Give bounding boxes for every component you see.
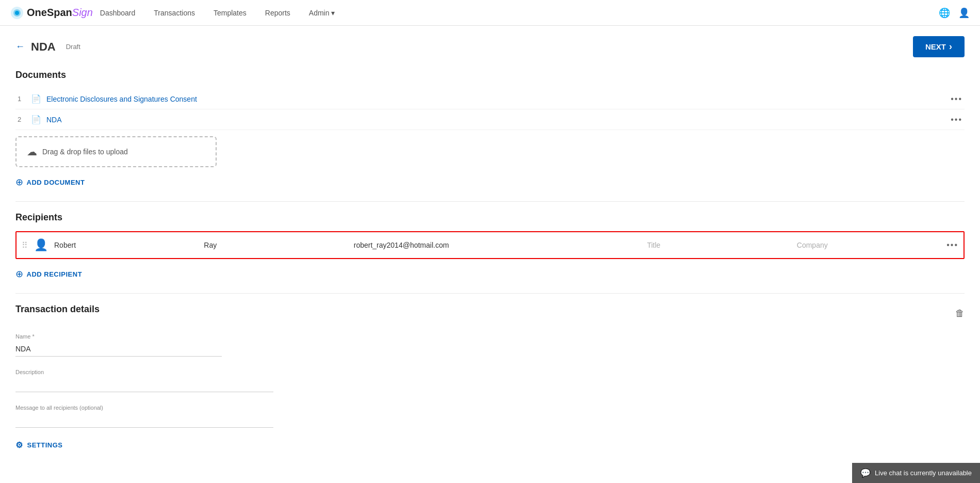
document-icon: 📄 — [31, 94, 41, 104]
logo[interactable]: OneSpanSign — [10, 6, 93, 20]
main-nav: Dashboard Transactions Templates Reports… — [93, 5, 939, 21]
message-field-group: Message to all recipients (optional) — [15, 405, 273, 428]
document-name[interactable]: NDA — [46, 116, 945, 124]
transaction-details-section: Transaction details 🗑 Name * Description… — [15, 304, 965, 450]
plus-icon: ⊕ — [15, 176, 24, 188]
nav-reports[interactable]: Reports — [258, 5, 298, 21]
table-row: 2 📄 NDA ••• — [15, 109, 965, 130]
page-header: ← NDA Draft NEXT › — [15, 36, 965, 57]
recipient-last-name[interactable]: Ray — [204, 241, 347, 249]
message-input[interactable] — [15, 413, 273, 428]
settings-link[interactable]: ⚙ SETTINGS — [15, 440, 965, 450]
nav-transactions[interactable]: Transactions — [146, 5, 202, 21]
next-button[interactable]: NEXT › — [913, 36, 965, 57]
name-field-group: Name * — [15, 333, 222, 357]
upload-icon: ☁ — [27, 146, 37, 158]
doc-more-button[interactable]: ••• — [951, 94, 962, 104]
recipient-row: ⠿ 👤 Robert Ray robert_ray2014@hotmail.co… — [15, 231, 965, 259]
name-input[interactable] — [15, 342, 222, 357]
recipients-title: Recipients — [15, 212, 965, 223]
description-label: Description — [15, 369, 273, 375]
recipient-title[interactable]: Title — [647, 241, 790, 249]
message-label: Message to all recipients (optional) — [15, 405, 273, 411]
recipients-section: Recipients ⠿ 👤 Robert Ray robert_ray2014… — [15, 212, 965, 283]
live-chat-widget[interactable]: 💬 Live chat is currently unavailable — [852, 463, 980, 483]
logo-sign: Sign — [72, 7, 93, 19]
description-input[interactable] — [15, 377, 273, 392]
section-divider — [15, 201, 965, 202]
logo-icon — [10, 6, 24, 20]
documents-section: Documents 1 📄 Electronic Disclosures and… — [15, 70, 965, 191]
recipient-more-button[interactable]: ••• — [946, 240, 958, 250]
back-button[interactable]: ← — [15, 41, 25, 52]
section-divider-2 — [15, 293, 965, 294]
logo-onespan: OneSpan — [27, 7, 72, 19]
nav-dashboard[interactable]: Dashboard — [93, 5, 143, 21]
drag-handle-icon[interactable]: ⠿ — [22, 240, 28, 250]
gear-icon: ⚙ — [15, 440, 23, 450]
document-name[interactable]: Electronic Disclosures and Signatures Co… — [46, 95, 945, 103]
svg-point-2 — [15, 11, 19, 15]
name-label: Name * — [15, 333, 222, 340]
upload-dropzone[interactable]: ☁ Drag & drop files to upload — [15, 136, 217, 167]
add-recipient-button[interactable]: ⊕ ADD RECIPIENT — [15, 265, 82, 283]
recipient-avatar-icon: 👤 — [34, 238, 48, 252]
document-icon: 📄 — [31, 115, 41, 124]
table-row: 1 📄 Electronic Disclosures and Signature… — [15, 89, 965, 109]
live-chat-text: Live chat is currently unavailable — [875, 469, 972, 477]
main-header: OneSpanSign Dashboard Transactions Templ… — [0, 0, 980, 26]
nav-admin[interactable]: Admin ▾ — [302, 5, 342, 21]
header-icons: 🌐 👤 — [939, 7, 970, 19]
page-title: NDA — [31, 40, 56, 54]
doc-more-button[interactable]: ••• — [951, 115, 962, 124]
upload-text: Drag & drop files to upload — [42, 148, 128, 156]
plus-icon: ⊕ — [15, 268, 24, 280]
chevron-down-icon: ▾ — [331, 9, 335, 17]
user-icon[interactable]: 👤 — [958, 7, 970, 19]
nav-templates[interactable]: Templates — [206, 5, 254, 21]
description-field-group: Description — [15, 369, 273, 392]
recipient-email[interactable]: robert_ray2014@hotmail.com — [354, 241, 641, 249]
recipient-first-name[interactable]: Robert — [54, 241, 198, 249]
delete-icon[interactable]: 🗑 — [955, 308, 965, 319]
chat-icon: 💬 — [860, 468, 871, 478]
transaction-details-title: Transaction details — [15, 304, 100, 315]
status-badge: Draft — [62, 42, 85, 52]
recipient-company[interactable]: Company — [797, 241, 940, 249]
transaction-header: Transaction details 🗑 — [15, 304, 965, 323]
main-content: ← NDA Draft NEXT › Documents 1 📄 Electro… — [0, 26, 980, 483]
globe-icon[interactable]: 🌐 — [939, 7, 950, 19]
document-list: 1 📄 Electronic Disclosures and Signature… — [15, 89, 965, 130]
documents-title: Documents — [15, 70, 965, 81]
add-document-button[interactable]: ⊕ ADD DOCUMENT — [15, 173, 85, 191]
